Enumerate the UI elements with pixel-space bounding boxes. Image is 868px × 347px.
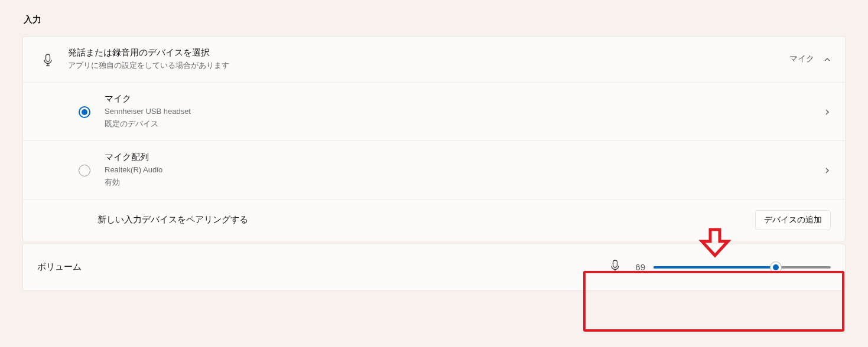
radio-unselected-icon[interactable] xyxy=(79,165,90,176)
device-row-0[interactable]: マイク Sennheiser USB headset 既定のデバイス xyxy=(23,82,845,140)
microphone-icon xyxy=(37,51,58,67)
device-detail: Sennheiser USB headset xyxy=(105,106,824,117)
input-device-subtitle: アプリに独自の設定をしている場合があります xyxy=(68,60,789,71)
chevron-right-icon[interactable] xyxy=(824,108,831,115)
volume-value: 69 xyxy=(629,262,645,272)
pair-device-label: 新しい入力デバイスをペアリングする xyxy=(97,214,755,225)
chevron-up-icon xyxy=(824,55,831,63)
device-row-1[interactable]: マイク配列 Realtek(R) Audio 有効 xyxy=(23,140,845,199)
device-name: マイク xyxy=(105,93,824,104)
section-heading-input: 入力 xyxy=(24,14,846,25)
volume-card: ボリューム 69 xyxy=(22,244,846,291)
svg-rect-3 xyxy=(613,260,617,267)
volume-label: ボリューム xyxy=(37,261,610,273)
device-status: 既定のデバイス xyxy=(105,118,824,130)
microphone-icon[interactable] xyxy=(610,260,620,275)
volume-slider[interactable] xyxy=(654,266,831,269)
device-name: マイク配列 xyxy=(105,152,824,163)
input-device-title: 発話または録音用のデバイスを選択 xyxy=(68,47,789,58)
radio-selected-icon[interactable] xyxy=(79,106,90,118)
device-status: 有効 xyxy=(105,176,824,188)
input-devices-card: 発話または録音用のデバイスを選択 アプリに独自の設定をしている場合があります マ… xyxy=(22,36,846,241)
pair-device-row: 新しい入力デバイスをペアリングする デバイスの追加 xyxy=(23,199,845,241)
current-device-label: マイク xyxy=(789,54,814,64)
svg-rect-0 xyxy=(46,54,50,61)
device-detail: Realtek(R) Audio xyxy=(105,164,824,176)
add-device-button[interactable]: デバイスの追加 xyxy=(755,210,831,230)
volume-row: ボリューム 69 xyxy=(23,244,845,290)
chevron-right-icon[interactable] xyxy=(824,166,831,174)
input-device-header-row[interactable]: 発話または録音用のデバイスを選択 アプリに独自の設定をしている場合があります マ… xyxy=(23,37,845,82)
